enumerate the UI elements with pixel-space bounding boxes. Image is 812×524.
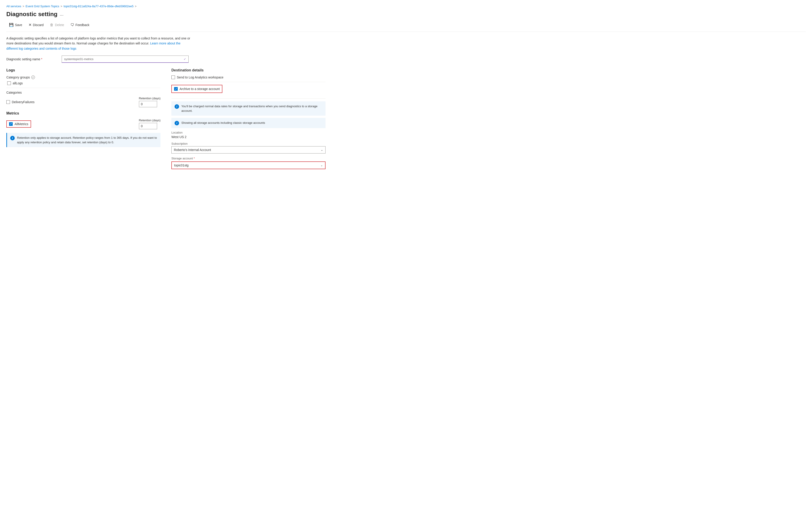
- delivery-failures-label: DeliveryFailures: [12, 100, 34, 104]
- archive-label: Archive to a storage account: [180, 87, 220, 91]
- archive-row: Archive to a storage account: [171, 85, 222, 93]
- storage-info-text2: Showing all storage accounts including c…: [181, 121, 265, 125]
- logs-title: Logs: [6, 68, 161, 72]
- storage-account-value: topic01stg: [174, 163, 188, 167]
- description-text: A diagnostic setting specifies a list of…: [6, 36, 192, 51]
- discard-icon: ✕: [29, 23, 32, 27]
- setting-name-label: Diagnostic setting name *: [6, 58, 56, 61]
- storage-chevron-icon: ⌄: [320, 164, 323, 167]
- delete-icon: 🗑: [50, 23, 53, 27]
- subscription-value: Roberto's Internal Account: [174, 148, 211, 152]
- subscription-section: Subscription Roberto's Internal Account …: [171, 142, 326, 153]
- retention-info-text: Retention only applies to storage accoun…: [17, 135, 157, 144]
- metrics-retention-label: Retention (days): [139, 119, 161, 122]
- archive-checkbox[interactable]: [174, 87, 178, 91]
- storage-info-banner2: i Showing all storage accounts including…: [171, 118, 326, 128]
- dest-divider2: [171, 98, 326, 99]
- delete-label: Delete: [55, 23, 64, 27]
- delete-button[interactable]: 🗑 Delete: [47, 21, 67, 28]
- retention-info-icon: i: [10, 136, 15, 140]
- logs-divider: [6, 88, 161, 88]
- breadcrumb-sep-2: >: [61, 5, 62, 8]
- location-value: West US 2: [171, 135, 326, 139]
- category-groups-info-icon[interactable]: i: [31, 76, 35, 79]
- storage-info-banner1: i You'll be charged normal data rates fo…: [171, 101, 326, 116]
- breadcrumb-sep-1: >: [23, 5, 24, 8]
- toolbar: 💾 Save ✕ Discard 🗑 Delete 🗨 Feedback: [6, 21, 806, 32]
- allLogs-label: allLogs: [13, 81, 23, 85]
- all-metrics-label: AllMetrics: [15, 122, 28, 126]
- breadcrumb-all-services[interactable]: All services: [6, 4, 21, 8]
- storage-info-icon1: i: [175, 104, 179, 109]
- breadcrumb-topic[interactable]: topic01stg-811a624a-8a77-437e-89de-dfeb5…: [64, 4, 134, 8]
- left-column: Logs Category groups i allLogs Categorie…: [6, 68, 161, 169]
- subscription-dropdown[interactable]: Roberto's Internal Account ⌄: [171, 146, 326, 153]
- right-column: Destination details Send to Log Analytic…: [171, 68, 326, 169]
- breadcrumb-sep-3: >: [135, 5, 136, 8]
- feedback-button[interactable]: 🗨 Feedback: [68, 21, 92, 28]
- delivery-failures-row: DeliveryFailures Retention (days): [6, 97, 161, 107]
- log-analytics-row: Send to Log Analytics workspace: [171, 76, 326, 79]
- subscription-chevron-icon: ⌄: [321, 148, 323, 151]
- page-title-ellipsis: ...: [60, 12, 64, 17]
- all-metrics-left: AllMetrics: [6, 120, 31, 128]
- metrics-retention-input[interactable]: [139, 123, 157, 129]
- storage-account-dropdown[interactable]: topic01stg ⌄: [171, 161, 326, 169]
- all-metrics-checkbox[interactable]: [9, 122, 13, 126]
- setting-name-checkmark: ✓: [184, 58, 186, 61]
- discard-label: Discard: [33, 23, 44, 27]
- metrics-retention: Retention (days): [139, 119, 161, 129]
- category-groups: Category groups i allLogs: [6, 76, 161, 85]
- breadcrumb-event-grid[interactable]: Event Grid System Topics: [26, 4, 60, 8]
- categories-section: Categories DeliveryFailures Retention (d…: [6, 91, 161, 107]
- metrics-section: Metrics AllMetrics Retention (days) i Re…: [6, 111, 161, 147]
- save-button[interactable]: 💾 Save: [6, 21, 25, 28]
- feedback-label: Feedback: [76, 23, 89, 27]
- all-metrics-row: AllMetrics Retention (days): [6, 119, 161, 129]
- delivery-failures-retention: Retention (days): [139, 97, 161, 107]
- delivery-retention-label: Retention (days): [139, 97, 161, 100]
- log-analytics-label: Send to Log Analytics workspace: [177, 76, 223, 79]
- setting-name-value: systemtopic01-metrics: [64, 58, 94, 61]
- metrics-title: Metrics: [6, 111, 161, 115]
- storage-account-section: Storage account * topic01stg ⌄: [171, 157, 326, 169]
- discard-button[interactable]: ✕ Discard: [26, 21, 46, 28]
- storage-account-label: Storage account *: [171, 157, 326, 160]
- delivery-retention-input[interactable]: [139, 101, 157, 107]
- delivery-failures-left: DeliveryFailures: [6, 100, 34, 104]
- category-groups-title: Category groups i: [6, 76, 161, 79]
- location-label: Location: [171, 131, 326, 134]
- location-section: Location West US 2: [171, 131, 326, 139]
- storage-info-icon2: i: [175, 121, 179, 126]
- setting-name-input[interactable]: systemtopic01-metrics ✓: [62, 55, 188, 63]
- categories-title: Categories: [6, 91, 161, 94]
- logs-section: Logs Category groups i allLogs Categorie…: [6, 68, 161, 107]
- setting-name-row: Diagnostic setting name * systemtopic01-…: [6, 55, 806, 63]
- feedback-icon: 🗨: [70, 23, 74, 27]
- subscription-label: Subscription: [171, 142, 326, 145]
- allLogs-row: allLogs: [7, 81, 161, 85]
- page-title: Diagnostic setting: [6, 11, 57, 18]
- allLogs-checkbox[interactable]: [7, 81, 11, 85]
- save-icon: 💾: [9, 23, 14, 27]
- destination-title: Destination details: [171, 68, 326, 72]
- breadcrumb: All services > Event Grid System Topics …: [6, 4, 806, 8]
- save-label: Save: [15, 23, 22, 27]
- main-columns: Logs Category groups i allLogs Categorie…: [6, 68, 806, 169]
- delivery-failures-checkbox[interactable]: [6, 100, 10, 104]
- page-title-container: Diagnostic setting ...: [6, 11, 806, 18]
- storage-info-text1: You'll be charged normal data rates for …: [181, 104, 322, 113]
- retention-info-box: i Retention only applies to storage acco…: [6, 133, 161, 147]
- log-analytics-checkbox[interactable]: [171, 76, 175, 79]
